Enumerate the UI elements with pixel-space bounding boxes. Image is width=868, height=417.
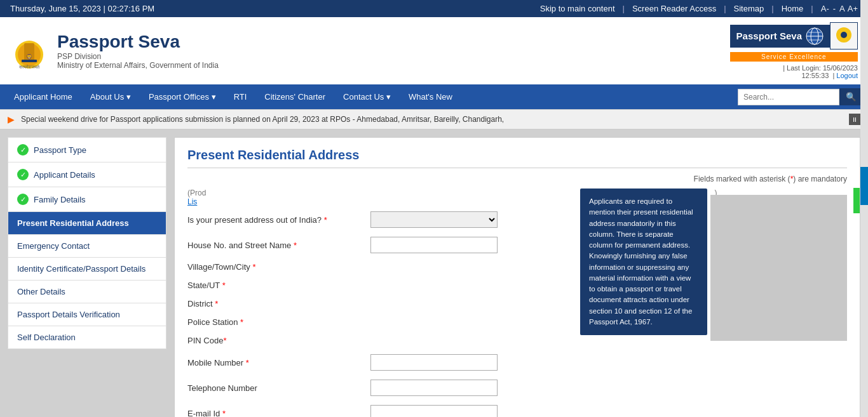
label-district: District *: [187, 299, 365, 308]
nav-about-us[interactable]: About Us ▾: [81, 84, 140, 109]
ashoka-small-icon: ⚙: [834, 25, 853, 44]
check-icon: ✓: [17, 169, 29, 180]
division-label: PSP Division: [57, 52, 219, 61]
sidebar-label: Passport Details Verification: [17, 310, 120, 319]
logout-link[interactable]: Logout: [836, 72, 858, 79]
ticker-bar: ▶ Special weekend drive for Passport app…: [0, 109, 868, 129]
emblem-icon: 🦁 सत्यमेव जयते: [10, 30, 48, 72]
last-login-label: Last Login: 15/06/2023: [787, 64, 858, 72]
tooltip-text: Applicants are required to mention their…: [589, 197, 693, 326]
sitemap-link[interactable]: Sitemap: [734, 4, 764, 13]
select-india[interactable]: Yes No: [370, 211, 498, 228]
skip-link[interactable]: Skip to main content: [540, 4, 615, 13]
form-row-telephone: Telephone Number: [187, 380, 847, 396]
header-right: Passport Seva ⚙ Servic: [730, 22, 858, 79]
top-bar: Thursday, June 15, 2023 | 02:27:16 PM Sk…: [0, 0, 868, 17]
sidebar-item-applicant-details[interactable]: ✓ Applicant Details: [8, 162, 166, 187]
svg-text:⚙: ⚙: [842, 32, 846, 38]
label-india: Is your present address out of India? *: [187, 215, 365, 225]
svg-text:सत्यमेव जयते: सत्यमेव जयते: [18, 64, 41, 69]
check-icon: ✓: [17, 194, 29, 205]
nav-citizens-charter[interactable]: Citizens' Charter: [255, 84, 334, 109]
form-title: Present Residential Address: [187, 148, 847, 168]
home-link[interactable]: Home: [782, 4, 804, 13]
globe-icon: [806, 27, 824, 45]
ticker-pause-button[interactable]: ⏸: [849, 114, 860, 125]
check-icon: ✓: [17, 144, 29, 156]
sidebar-item-identity-cert[interactable]: Identity Certificate/Passport Details: [8, 257, 166, 280]
sidebar-label: Emergency Contact: [17, 241, 90, 251]
list-link[interactable]: Lis: [187, 197, 197, 206]
label-telephone: Telephone Number: [187, 383, 365, 393]
input-telephone[interactable]: [370, 380, 498, 396]
site-title: Passport Seva: [57, 32, 219, 52]
last-login-time: 12:55:33: [801, 72, 829, 79]
nav-search: 🔍: [738, 88, 863, 105]
sidebar-item-self-declaration[interactable]: Self Declaration: [8, 326, 166, 349]
nav-passport-offices[interactable]: Passport Offices ▾: [140, 84, 225, 109]
address-map: [710, 195, 847, 341]
sidebar-item-passport-type[interactable]: ✓ Passport Type: [8, 137, 166, 162]
last-login-area: | Last Login: 15/06/2023 12:55:33 | Logo…: [783, 64, 858, 79]
sidebar-label: Present Residential Address: [17, 218, 129, 228]
sidebar-label: Family Details: [34, 195, 86, 204]
scrollbar-thumb[interactable]: [860, 167, 868, 205]
input-house[interactable]: [370, 237, 498, 253]
sidebar-label: Identity Certificate/Passport Details: [17, 264, 146, 274]
nav-rti[interactable]: RTI: [225, 84, 256, 109]
label-mobile: Mobile Number *: [187, 358, 365, 367]
brand-label: Passport Seva: [736, 30, 802, 41]
label-house: House No. and Street Name *: [187, 241, 365, 250]
input-email[interactable]: [370, 405, 498, 417]
screen-reader-link[interactable]: Screen Reader Access: [632, 4, 716, 13]
scrollbar-track: [860, 0, 868, 417]
mandatory-note: Fields marked with asterisk (*) are mand…: [187, 175, 847, 183]
sidebar: ✓ Passport Type ✓ Applicant Details ✓ Fa…: [8, 137, 166, 417]
sidebar-item-family-details[interactable]: ✓ Family Details: [8, 187, 166, 211]
label-state: State/UT *: [187, 281, 365, 290]
sidebar-label: Passport Type: [34, 145, 86, 155]
header: 🦁 सत्यमेव जयते Passport Seva PSP Divisio…: [0, 17, 868, 84]
ticker-text: Special weekend drive for Passport appli…: [21, 115, 504, 124]
tooltip-box: Applicants are required to mention their…: [580, 189, 707, 335]
service-excellence-label: Service Excellence: [761, 53, 826, 60]
nav-whats-new[interactable]: What's New: [400, 84, 461, 109]
header-left: 🦁 सत्यमेव जयते Passport Seva PSP Divisio…: [10, 30, 219, 72]
ministry-label: Ministry of External Affairs, Government…: [57, 61, 219, 70]
label-police: Police Station *: [187, 317, 365, 327]
sidebar-item-emergency-contact[interactable]: Emergency Contact: [8, 234, 166, 257]
svg-rect-3: [22, 60, 37, 62]
sidebar-label: Self Declaration: [17, 333, 76, 342]
sidebar-label: Other Details: [17, 287, 65, 296]
nav-bar: Applicant Home About Us ▾ Passport Offic…: [0, 84, 868, 109]
main-content: ✓ Passport Type ✓ Applicant Details ✓ Fa…: [0, 129, 868, 417]
datetime: Thursday, June 15, 2023 | 02:27:16 PM: [10, 4, 154, 13]
font-size-controls: A- - A A+: [821, 4, 858, 13]
search-input[interactable]: [738, 89, 839, 105]
search-button[interactable]: 🔍: [839, 88, 863, 105]
top-bar-right: Skip to main content | Screen Reader Acc…: [540, 4, 858, 13]
font-large-button[interactable]: A+: [848, 4, 858, 13]
ticker-arrow-icon: ▶: [8, 114, 15, 124]
scrollbar-green-indicator: [853, 188, 860, 213]
input-mobile[interactable]: [370, 354, 498, 371]
label-pin: PIN Code*: [187, 336, 365, 345]
font-normal-button[interactable]: A: [839, 4, 845, 13]
sidebar-label: Applicant Details: [34, 170, 95, 180]
nav-applicant-home[interactable]: Applicant Home: [5, 84, 81, 109]
sidebar-item-other-details[interactable]: Other Details: [8, 280, 166, 303]
label-village: Village/Town/City *: [187, 262, 365, 272]
nav-contact-us[interactable]: Contact Us ▾: [334, 84, 400, 109]
sidebar-item-passport-verification[interactable]: Passport Details Verification: [8, 303, 166, 326]
form-row-mobile: Mobile Number *: [187, 354, 847, 371]
sidebar-item-present-residential[interactable]: Present Residential Address: [8, 211, 166, 234]
svg-text:🦁: 🦁: [26, 53, 32, 60]
header-title: Passport Seva PSP Division Ministry of E…: [57, 32, 219, 70]
form-area: Present Residential Address Fields marke…: [174, 137, 860, 417]
font-small-button[interactable]: A-: [821, 4, 829, 13]
form-row-email: E-mail Id *: [187, 405, 847, 417]
label-email: E-mail Id *: [187, 409, 365, 418]
